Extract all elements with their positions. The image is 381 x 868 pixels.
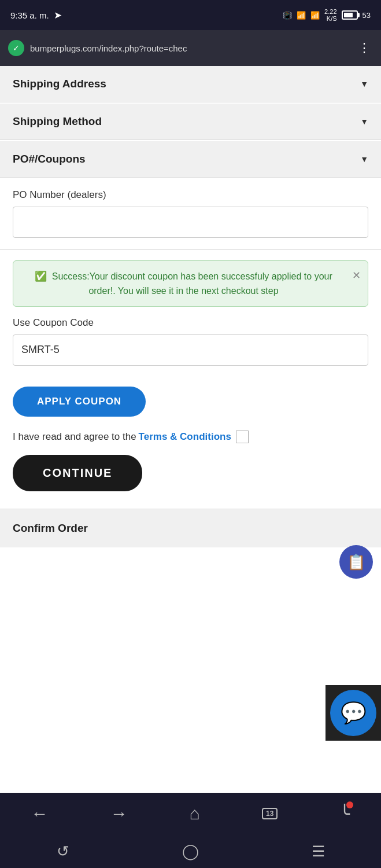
tab-count: 13 xyxy=(262,808,278,819)
confirm-order-section[interactable]: Confirm Order xyxy=(0,509,381,547)
success-text: Success:Your discount coupon has been su… xyxy=(52,271,332,296)
coupon-section: Use Coupon Code xyxy=(0,317,381,377)
time: 9:35 a. m. xyxy=(10,10,49,20)
chat-widget[interactable]: 💬 xyxy=(325,685,381,741)
bottom-nav: ← → ⌂ 13 ╰ ↺ ◯ ☰ xyxy=(0,793,381,868)
shipping-address-title: Shipping Address xyxy=(13,78,106,90)
coupon-label: Use Coupon Code xyxy=(13,317,368,329)
note-icon: 📋 xyxy=(347,553,365,571)
battery-icon xyxy=(342,10,358,20)
shipping-method-chevron-icon: ▼ xyxy=(360,117,368,126)
battery-percent: 53 xyxy=(362,11,371,20)
profile-icon[interactable]: ╰ xyxy=(339,804,350,824)
security-shield-icon: ✓ xyxy=(8,40,24,56)
shipping-address-chevron-icon: ▼ xyxy=(360,79,368,89)
status-right: 📳 📶 📶 2.22 K/S 53 xyxy=(283,8,371,22)
back-gesture-icon[interactable]: ↺ xyxy=(57,843,69,860)
success-checkmark-icon: ✅ xyxy=(35,271,47,282)
status-bar: 9:35 a. m. ➤ 📳 📶 📶 2.22 K/S 53 xyxy=(0,0,381,30)
terms-row: I have read and agree to the Terms & Con… xyxy=(0,422,381,447)
confirm-order-title: Confirm Order xyxy=(13,522,88,534)
navigation-icon: ➤ xyxy=(54,9,62,21)
po-number-section: PO Number (dealers) xyxy=(0,178,381,249)
apply-coupon-button[interactable]: APPLY COUPON xyxy=(13,387,146,417)
shipping-method-title: Shipping Method xyxy=(13,115,102,128)
close-icon[interactable]: ✕ xyxy=(352,268,361,284)
wifi-icon: 📶 xyxy=(297,11,306,20)
shipping-method-accordion[interactable]: Shipping Method ▼ xyxy=(0,104,381,140)
back-icon[interactable]: ← xyxy=(31,804,49,823)
home-gesture-icon[interactable]: ◯ xyxy=(182,843,199,860)
notification-badge xyxy=(346,801,353,808)
terms-text: I have read and agree to the xyxy=(13,431,136,443)
nav-top: ← → ⌂ 13 ╰ xyxy=(0,793,381,834)
vibrate-icon: 📳 xyxy=(283,11,292,20)
continue-button[interactable]: CONTINUE xyxy=(13,455,142,491)
coupon-input[interactable] xyxy=(13,334,368,366)
menu-gesture-icon[interactable]: ☰ xyxy=(312,843,325,860)
po-number-label: PO Number (dealers) xyxy=(13,189,368,201)
nav-bottom: ↺ ◯ ☰ xyxy=(0,834,381,868)
floating-note-button[interactable]: 📋 xyxy=(339,545,373,579)
tabs-icon[interactable]: 13 xyxy=(262,808,278,819)
po-coupons-accordion[interactable]: PO#/Coupons ▼ xyxy=(0,141,381,178)
forward-icon[interactable]: → xyxy=(110,804,128,823)
status-left: 9:35 a. m. ➤ xyxy=(10,9,62,21)
url-bar[interactable]: bumperplugs.com/index.php?route=chec xyxy=(30,43,350,53)
browser-menu-icon[interactable]: ⋮ xyxy=(356,38,373,58)
chat-circle-icon[interactable]: 💬 xyxy=(330,690,376,736)
terms-link[interactable]: Terms & Conditions xyxy=(139,431,231,443)
home-icon[interactable]: ⌂ xyxy=(190,804,200,823)
shipping-address-accordion[interactable]: Shipping Address ▼ xyxy=(0,66,381,102)
divider-1 xyxy=(0,249,381,250)
success-message: ✅ Success:Your discount coupon has been … xyxy=(13,260,368,307)
browser-bar: ✓ bumperplugs.com/index.php?route=chec ⋮ xyxy=(0,30,381,66)
main-content: Shipping Address ▼ Shipping Method ▼ PO#… xyxy=(0,66,381,793)
battery-fill xyxy=(344,13,353,17)
terms-checkbox[interactable] xyxy=(236,431,249,443)
po-coupons-title: PO#/Coupons xyxy=(13,153,86,165)
speed-indicator: 2.22 K/S xyxy=(324,8,336,22)
po-coupons-chevron-icon: ▼ xyxy=(360,155,368,164)
signal-icon: 📶 xyxy=(310,11,320,20)
po-number-input[interactable] xyxy=(13,207,368,238)
